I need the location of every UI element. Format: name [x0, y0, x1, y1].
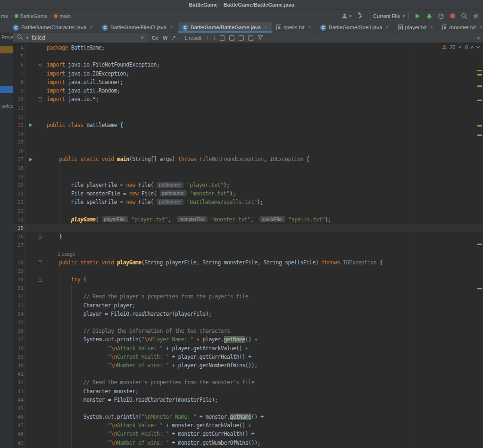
- previous-occurrence-icon[interactable]: ↑: [206, 34, 208, 41]
- usages-inlay-hint[interactable]: 1 usage: [58, 251, 75, 257]
- code-text[interactable]: public static void main(String[] args) t…: [44, 155, 309, 163]
- line-number[interactable]: 20: [13, 181, 26, 189]
- previous-problem-icon[interactable]: [470, 46, 474, 50]
- line-number[interactable]: 25: [13, 224, 26, 232]
- find-option-icon-2[interactable]: [239, 35, 244, 41]
- code-line[interactable]: 48 "\nCurrent Health: " + monster.getCur…: [13, 430, 483, 438]
- user-avatar-icon[interactable]: ▾: [341, 12, 351, 19]
- tab-close-icon[interactable]: ×: [264, 24, 267, 31]
- line-number[interactable]: 18: [13, 164, 26, 172]
- code-line[interactable]: 38 "\nAttack Value: " + player.getAttack…: [13, 344, 483, 353]
- line-number[interactable]: 37: [13, 335, 26, 344]
- code-line[interactable]: 39 "\nCurrent Health: " + player.getCurr…: [13, 353, 483, 361]
- search-everywhere-icon[interactable]: [461, 13, 467, 19]
- line-number[interactable]: 41: [13, 370, 26, 378]
- line-number[interactable]: 21: [13, 189, 26, 198]
- code-text[interactable]: monster = FileIO.readCharacter(monsterFi…: [44, 396, 218, 404]
- inspections-widget[interactable]: ⚠ 20 ✔ 8: [442, 44, 479, 50]
- line-number[interactable]: 34: [13, 310, 26, 318]
- editor-tab[interactable]: spells.txt×: [272, 22, 316, 33]
- code-line[interactable]: 45: [13, 404, 483, 413]
- fold-box-icon[interactable]: −: [38, 235, 42, 239]
- code-line[interactable]: 25: [13, 224, 483, 232]
- code-text[interactable]: "\nAttack Value: " + player.getAttackVal…: [44, 344, 248, 353]
- code-line[interactable]: 27: [13, 241, 483, 249]
- line-number[interactable]: 43: [13, 387, 26, 396]
- code-text[interactable]: 1 usage: [44, 250, 75, 258]
- match-case-toggle[interactable]: Cc: [152, 35, 158, 41]
- tab-close-icon[interactable]: ×: [170, 24, 173, 31]
- breadcrumb-item[interactable]: me: [1, 13, 8, 19]
- fold-marker[interactable]: −: [35, 232, 44, 241]
- line-number[interactable]: 23: [13, 207, 26, 215]
- stripe-mark[interactable]: [477, 244, 482, 245]
- line-number[interactable]: 32: [13, 292, 26, 301]
- code-line[interactable]: 29: [13, 267, 483, 275]
- code-text[interactable]: [44, 241, 47, 249]
- line-number[interactable]: 22: [13, 198, 26, 206]
- stripe-mark[interactable]: [477, 70, 482, 71]
- stripe-mark[interactable]: [477, 125, 482, 127]
- editor-tab[interactable]: monster.txt×: [438, 22, 483, 33]
- code-line[interactable]: 6−import java.io.FileNotFoundException;: [13, 60, 483, 69]
- fold-box-icon[interactable]: −: [38, 97, 42, 101]
- code-line[interactable]: 28− public static void playGame(String p…: [13, 258, 483, 267]
- line-number[interactable]: 13: [13, 121, 26, 129]
- fold-marker[interactable]: −: [35, 258, 44, 267]
- editor-tab[interactable]: CBattleGame/BattleGame.java×: [178, 22, 272, 33]
- code-text[interactable]: [44, 284, 47, 292]
- code-line[interactable]: 5: [13, 52, 483, 60]
- editor-tab[interactable]: CBattleGame/Character.java×: [8, 22, 98, 33]
- code-text[interactable]: [44, 207, 47, 215]
- code-line[interactable]: 42 // Read the monster's properties from…: [13, 378, 483, 387]
- line-number[interactable]: 27: [13, 241, 26, 249]
- line-number[interactable]: 42: [13, 378, 26, 387]
- editor-tab[interactable]: CBattleGame/FileIO.java×: [98, 22, 178, 33]
- breadcrumb-item[interactable]: BattleGame: [15, 13, 48, 19]
- code-line[interactable]: 21 File monsterFile = new File( pathname…: [13, 189, 483, 198]
- run-config-dropdown[interactable]: Current File ▾: [369, 12, 409, 20]
- code-text[interactable]: Character monster;: [44, 387, 138, 396]
- clear-search-icon[interactable]: ×: [141, 34, 144, 41]
- line-number[interactable]: 14: [13, 129, 26, 138]
- code-text[interactable]: // Display the information of the two ch…: [44, 327, 230, 335]
- line-number[interactable]: 6: [13, 60, 26, 69]
- code-line[interactable]: 36 // Display the information of the two…: [13, 327, 483, 335]
- stripe-mark[interactable]: [477, 135, 482, 136]
- stop-button[interactable]: [450, 13, 456, 19]
- code-line[interactable]: 19: [13, 172, 483, 181]
- fold-marker[interactable]: −: [35, 95, 44, 103]
- code-text[interactable]: import java.util.Random;: [44, 86, 120, 95]
- code-line[interactable]: 30− try {: [13, 275, 483, 284]
- code-text[interactable]: [44, 267, 47, 275]
- fold-marker[interactable]: −: [35, 275, 44, 284]
- code-line[interactable]: 32 // Read the player's properties from …: [13, 292, 483, 301]
- line-number[interactable]: 49: [13, 439, 26, 447]
- code-line[interactable]: 12: [13, 112, 483, 121]
- line-number[interactable]: 12: [13, 112, 26, 121]
- next-occurrence-icon[interactable]: ↓: [213, 34, 216, 41]
- line-number[interactable]: 4: [13, 43, 26, 52]
- line-number[interactable]: 15: [13, 138, 26, 146]
- code-text[interactable]: [44, 146, 47, 155]
- line-number[interactable]: 38: [13, 344, 26, 353]
- code-line[interactable]: 13public class BattleGame {: [13, 121, 483, 129]
- code-text[interactable]: File monsterFile = new File( pathname: "…: [44, 189, 235, 198]
- code-line[interactable]: 47 "\nAttack Value: " + monster.getAttac…: [13, 421, 483, 430]
- line-number[interactable]: 48: [13, 430, 26, 438]
- run-gutter-icon[interactable]: [26, 121, 35, 129]
- code-text[interactable]: "\nNumber of wins: " + monster.getNumber…: [44, 439, 260, 447]
- fold-box-icon[interactable]: −: [38, 278, 42, 282]
- code-text[interactable]: import java.io.FileNotFoundException;: [44, 60, 160, 69]
- code-text[interactable]: "\nCurrent Health: " + player.getCurrHea…: [44, 353, 251, 361]
- line-number[interactable]: 47: [13, 421, 26, 430]
- tab-close-icon[interactable]: ×: [479, 24, 483, 31]
- code-text[interactable]: public static void playGame(String playe…: [44, 258, 383, 267]
- tab-close-icon[interactable]: ×: [430, 24, 433, 31]
- line-number[interactable]: 30: [13, 275, 26, 284]
- line-number[interactable]: 16: [13, 146, 26, 155]
- code-line[interactable]: 43 Character monster;: [13, 387, 483, 396]
- words-toggle[interactable]: W: [163, 35, 167, 41]
- find-option-icon-3[interactable]: [248, 35, 253, 41]
- code-line[interactable]: 10−import java.io.*;: [13, 95, 483, 103]
